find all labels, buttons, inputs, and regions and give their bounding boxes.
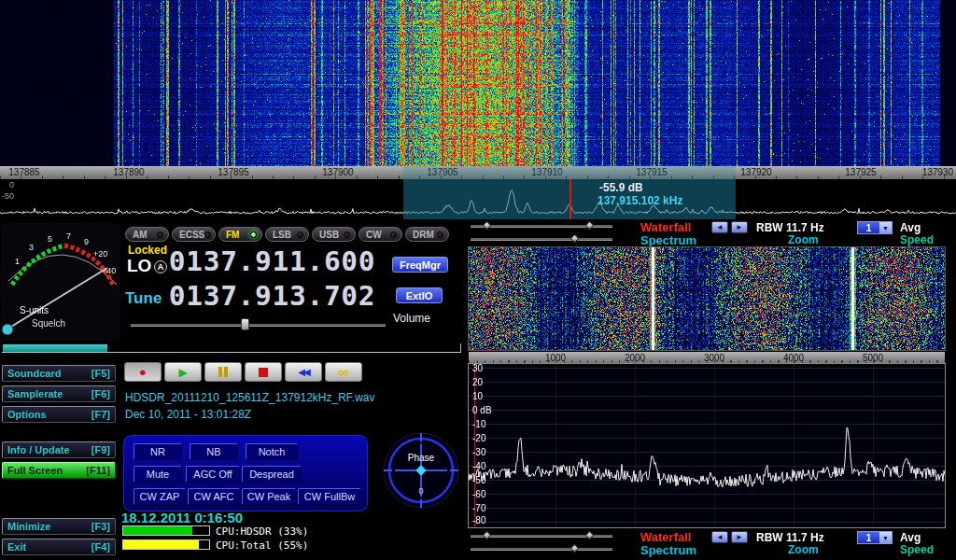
- extio-button[interactable]: ExtIO: [396, 287, 443, 303]
- notch-button[interactable]: Notch: [246, 443, 298, 460]
- speed-dropdown[interactable]: 1 ▼: [857, 221, 893, 234]
- s-meter-tick: +20: [93, 249, 107, 259]
- db-tick: -20: [472, 433, 485, 443]
- lo-lock-button[interactable]: A: [154, 260, 167, 273]
- loop-icon: ∞: [338, 364, 348, 381]
- af-waterfall-display[interactable]: [469, 247, 945, 350]
- mute-button[interactable]: Mute: [134, 466, 182, 483]
- agc-button[interactable]: AGC Off: [186, 466, 240, 483]
- mode-button-cw[interactable]: CW: [358, 227, 402, 242]
- despread-button[interactable]: Despread: [242, 466, 302, 483]
- volume-slider-thumb[interactable]: [241, 318, 249, 330]
- cpu-hdsdr-fill: [123, 526, 192, 535]
- minimize-button[interactable]: Minimize[F3]: [2, 518, 116, 535]
- pause-button[interactable]: [204, 362, 242, 382]
- button-hotkey: [F5]: [91, 368, 110, 379]
- level-bar-fill: [3, 344, 107, 352]
- tune-marker-line[interactable]: [569, 179, 571, 219]
- shift-right-button[interactable]: ►: [731, 531, 748, 543]
- slider-thumb[interactable]: [585, 531, 595, 540]
- mode-led-icon: [157, 231, 163, 238]
- slider-thumb[interactable]: [483, 221, 492, 231]
- soundcard-button[interactable]: Soundcard[F5]: [2, 365, 116, 382]
- button-hotkey: [F6]: [91, 388, 110, 399]
- slider-thumb[interactable]: [570, 234, 580, 244]
- rewind-button[interactable]: ◀◀: [285, 362, 322, 382]
- stop-button[interactable]: [245, 362, 282, 382]
- locked-indicator: Locked: [128, 244, 167, 257]
- cw-peak-button[interactable]: CW Peak: [242, 488, 296, 505]
- phase-dial[interactable]: Phase 0: [381, 430, 461, 511]
- shift-right-button[interactable]: ►: [731, 221, 748, 233]
- mode-label: USB: [319, 230, 339, 240]
- exit-button[interactable]: Exit[F4]: [2, 539, 116, 555]
- rewind-icon: ◀◀: [298, 367, 308, 377]
- s-meter-pivot[interactable]: [2, 324, 13, 335]
- button-hotkey: [F7]: [91, 409, 110, 420]
- mode-button-drm[interactable]: DRM: [405, 227, 449, 242]
- cw-zap-button[interactable]: CW ZAP: [134, 488, 186, 505]
- zoom-label: Zoom: [788, 233, 819, 246]
- s-meter-tick: 1: [15, 257, 20, 266]
- db-tick: -80: [472, 515, 485, 525]
- options-button[interactable]: Options[F7]: [2, 406, 116, 423]
- shift-left-button[interactable]: ◄: [711, 221, 728, 233]
- pause-icon: [224, 367, 228, 377]
- record-button[interactable]: ●: [124, 362, 162, 382]
- button-label: Minimize: [7, 521, 50, 532]
- info-update-button[interactable]: Info / Update[F9]: [2, 441, 116, 458]
- waterfall-label[interactable]: Waterfall: [640, 220, 691, 234]
- tune-frequency-display[interactable]: 0137.913.702: [169, 280, 376, 312]
- mode-button-usb[interactable]: USB: [312, 227, 356, 242]
- s-meter-tick: 5: [48, 234, 52, 244]
- nb-button[interactable]: NB: [190, 443, 238, 460]
- cpu-total-text: CPU:Total (55%): [216, 539, 308, 552]
- spectrum-range-slider[interactable]: [471, 548, 612, 551]
- mode-button-lsb[interactable]: LSB: [265, 227, 309, 242]
- mode-label: FM: [226, 230, 239, 240]
- mode-button-am[interactable]: AM: [125, 227, 169, 242]
- shift-left-button[interactable]: ◄: [711, 531, 728, 543]
- speed-label: Speed: [900, 233, 934, 246]
- slider-thumb[interactable]: [483, 531, 492, 540]
- db-tick: -30: [472, 447, 485, 457]
- cw-fullbw-button[interactable]: CW FullBw: [298, 488, 361, 505]
- nr-button[interactable]: NR: [134, 443, 182, 460]
- speed-dropdown[interactable]: 1 ▼: [857, 531, 893, 544]
- volume-slider[interactable]: [131, 324, 386, 327]
- button-label: Info / Update: [7, 444, 70, 455]
- db-tick: -10: [472, 419, 485, 429]
- playback-controls: ● ▶ ◀◀ ∞: [124, 362, 362, 382]
- waterfall-contrast-slider[interactable]: [471, 535, 612, 538]
- spectrum-label[interactable]: Spectrum: [640, 233, 696, 247]
- db-tick: -50: [472, 475, 485, 485]
- rf-waterfall-display[interactable]: [0, 0, 956, 166]
- spectrum-label[interactable]: Spectrum: [640, 543, 696, 557]
- level-bar-track[interactable]: [2, 343, 461, 353]
- chevron-down-icon[interactable]: ▼: [879, 532, 892, 543]
- waterfall-label[interactable]: Waterfall: [640, 530, 691, 544]
- lo-frequency-display[interactable]: 0137.911.600: [169, 245, 376, 277]
- s-units-label: S-units: [20, 305, 49, 315]
- slider-thumb[interactable]: [570, 544, 580, 553]
- button-hotkey: [F9]: [91, 444, 110, 455]
- slider-thumb[interactable]: [585, 221, 595, 231]
- speed-dropdown-value: 1: [858, 222, 879, 233]
- loop-button[interactable]: ∞: [325, 362, 362, 382]
- full-screen-button[interactable]: Full Screen[F11]: [2, 462, 116, 479]
- chevron-down-icon[interactable]: ▼: [879, 222, 892, 233]
- passband-highlight-scale: [403, 166, 736, 179]
- mode-button-ecss[interactable]: ECSS: [172, 227, 216, 242]
- play-button[interactable]: ▶: [164, 362, 202, 382]
- rbw-label: RBW 11.7 Hz: [756, 531, 824, 544]
- button-label: Options: [7, 409, 47, 420]
- spectrum-range-slider[interactable]: [471, 238, 612, 241]
- samplerate-button[interactable]: Samplerate[F6]: [2, 385, 116, 402]
- af-spectrum-display[interactable]: [469, 364, 945, 527]
- freqmgr-button[interactable]: FreqMgr: [392, 257, 448, 273]
- waterfall-contrast-slider[interactable]: [471, 225, 612, 228]
- cw-afc-button[interactable]: CW AFC: [188, 488, 240, 505]
- zoom-label: Zoom: [788, 543, 819, 556]
- mode-button-fm[interactable]: FM: [218, 227, 262, 242]
- s-meter-tick: 9: [84, 237, 89, 246]
